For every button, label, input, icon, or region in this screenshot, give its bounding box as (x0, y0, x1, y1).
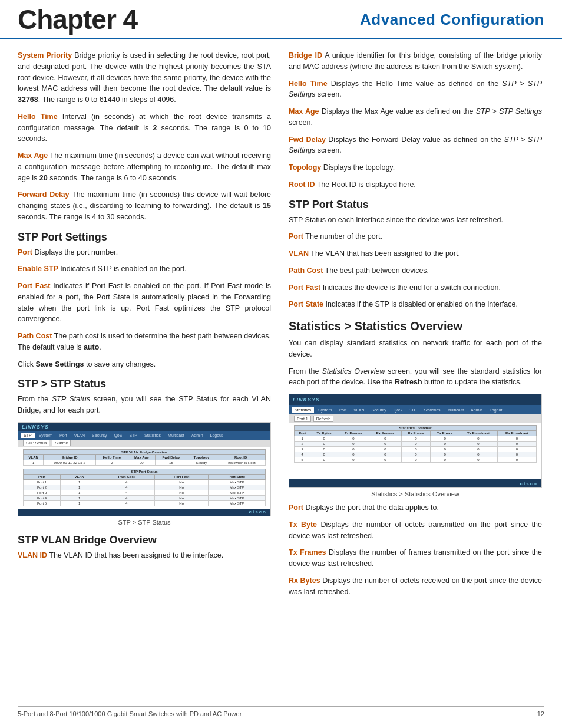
term-vlan-id: VLAN ID (18, 551, 47, 559)
content-area: System Priority Bridge priority is used … (0, 50, 562, 603)
linksys-logo: LINKSYS (22, 424, 49, 430)
hello-time-right-para: Hello Time Displays the Hello Time value… (289, 78, 542, 101)
ss-body: STP VLAN Bridge Overview VLAN Bridge ID … (18, 447, 270, 509)
ss-nav-stp: STP (21, 433, 35, 438)
max-age-right-para: Max Age Displays the Max Age value as de… (289, 106, 542, 129)
term-bridge-id: Bridge ID (289, 51, 322, 60)
stp-status-caption: STP > STP Status (18, 519, 271, 526)
term-port-right: Port (289, 232, 303, 241)
term-port-state: Port State (289, 300, 323, 308)
term-max-age-right: Max Age (289, 107, 319, 116)
chapter-title: Chapter 4 (18, 6, 137, 33)
term-tx-byte: Tx Byte (289, 521, 317, 529)
term-rx-bytes: Rx Bytes (289, 577, 320, 585)
stp-status-heading: STP > STP Status (18, 378, 271, 390)
ss-stats-topbar: LINKSYS (289, 394, 541, 405)
right-column: Bridge ID A unique identifier for this b… (289, 50, 542, 603)
hello-time-para: Hello Time Interval (in seconds) at whic… (18, 111, 271, 144)
cisco-logo: cisco (249, 509, 267, 515)
term-path-cost: Path Cost (18, 332, 52, 340)
path-cost-para: Path Cost The path cost is used to deter… (18, 331, 271, 353)
tx-byte-para: Tx Byte Displays the number of octets tr… (289, 519, 542, 542)
statistics-body: From the Statistics Overview screen, you… (289, 366, 542, 388)
term-system-priority: System Priority (18, 51, 72, 60)
max-age-para: Max Age The maximum time (in seconds) a … (18, 150, 271, 183)
statistics-caption: Statistics > Statistics Overview (289, 490, 542, 498)
term-enable-stp: Enable STP (18, 265, 58, 273)
stp-status-intro: From the STP Status screen, you will see… (18, 394, 271, 416)
ss-stats-footer: cisco (289, 479, 541, 487)
term-path-cost-right: Path Cost (289, 266, 323, 275)
footer-right: 12 (537, 710, 544, 717)
term-port: Port (18, 248, 32, 256)
term-forward-delay: Forward Delay (18, 190, 69, 199)
forward-delay-para: Forward Delay The maximum time (in secon… (18, 189, 271, 222)
term-port-fast: Port Fast (18, 282, 50, 290)
page-header: Chapter 4 Advanced Configuration (0, 0, 562, 39)
ss-stats-table: Statistics Overview Port Tx Bytes Tx Fra… (294, 425, 537, 463)
statistics-heading: Statistics > Statistics Overview (289, 319, 542, 333)
port-fast-right-para: Port Fast Indicates the device is the en… (289, 282, 542, 294)
port-right-para: Port The number of the port. (289, 231, 542, 242)
term-tx-frames: Tx Frames (289, 548, 326, 556)
term-port-data: Port (289, 503, 303, 512)
stp-status-screenshot: LINKSYS STP System Port VLAN Security Qo… (18, 422, 271, 516)
ss-stats-subtab: Port 1 Refresh (289, 414, 541, 423)
term-fwd-delay: Fwd Delay (289, 136, 326, 144)
term-topology: Topology (289, 163, 321, 172)
term-hello-time: Hello Time (18, 113, 58, 121)
statistics-intro: You can display standard statistics on n… (289, 338, 542, 360)
port-para: Port Displays the port number. (18, 247, 271, 258)
statistics-screenshot: LINKSYS Statistics System Port VLAN Secu… (289, 394, 542, 488)
ss-nav: STP System Port VLAN Security QoS STP St… (18, 431, 270, 440)
ss-topbar: LINKSYS (18, 423, 270, 431)
ss-footer: cisco (18, 509, 270, 516)
term-port-fast-right: Port Fast (289, 284, 320, 292)
stp-port-status-intro: STP Status on each interface since the d… (289, 215, 542, 226)
term-vlan-right: VLAN (289, 249, 309, 258)
term-hello-time-right: Hello Time (289, 80, 328, 88)
fwd-delay-para: Fwd Delay Displays the Forward Delay val… (289, 134, 542, 157)
topology-para: Topology Displays the topology. (289, 162, 542, 173)
system-priority-para: System Priority Bridge priority is used … (18, 50, 271, 106)
port-state-para: Port State Indicates if the STP is disab… (289, 299, 542, 310)
ss-subtab: STP Status Submit (18, 440, 270, 447)
stp-vlan-heading: STP VLAN Bridge Overview (18, 534, 271, 546)
root-id-para: Root ID The Root ID is displayed here. (289, 179, 542, 190)
stp-port-settings-heading: STP Port Settings (18, 231, 271, 243)
cisco-logo-stats: cisco (520, 481, 538, 486)
term-max-age: Max Age (18, 151, 48, 160)
rx-bytes-para: Rx Bytes Displays the number of octets r… (289, 575, 542, 598)
term-root-id: Root ID (289, 180, 315, 189)
linksys-logo-stats: LINKSYS (293, 397, 320, 403)
section-title: Advanced Configuration (360, 11, 544, 29)
path-cost-right-para: Path Cost The best path between devices. (289, 265, 542, 276)
enable-stp-para: Enable STP Indicates if STP is enabled o… (18, 263, 271, 275)
bridge-id-para: Bridge ID A unique identifier for this b… (289, 50, 542, 73)
vlan-id-para: VLAN ID The VLAN ID that has been assign… (18, 550, 271, 561)
ss-stats-body: Statistics Overview Port Tx Bytes Tx Fra… (289, 423, 541, 479)
ss-port-table: STP Port Status Port VLAN Path Cost Port… (23, 469, 266, 506)
port-data-para: Port Displays the port that the data app… (289, 502, 542, 513)
stp-port-status-heading: STP Port Status (289, 199, 542, 211)
vlan-right-para: VLAN The VLAN that has been assigned to … (289, 248, 542, 259)
footer-left: 5-Port and 8-Port 10/100/1000 Gigabit Sm… (18, 710, 242, 717)
page-footer: 5-Port and 8-Port 10/100/1000 Gigabit Sm… (18, 706, 544, 717)
ss-status-table: STP VLAN Bridge Overview VLAN Bridge ID … (23, 449, 266, 466)
left-column: System Priority Bridge priority is used … (18, 50, 271, 603)
ss-stats-nav: Statistics System Port VLAN Security QoS… (289, 405, 541, 414)
save-settings-para: Click Save Settings to save any changes. (18, 359, 271, 370)
tx-frames-para: Tx Frames Displays the number of frames … (289, 547, 542, 569)
port-fast-para: Port Fast Indicates if Port Fast is enab… (18, 281, 271, 325)
